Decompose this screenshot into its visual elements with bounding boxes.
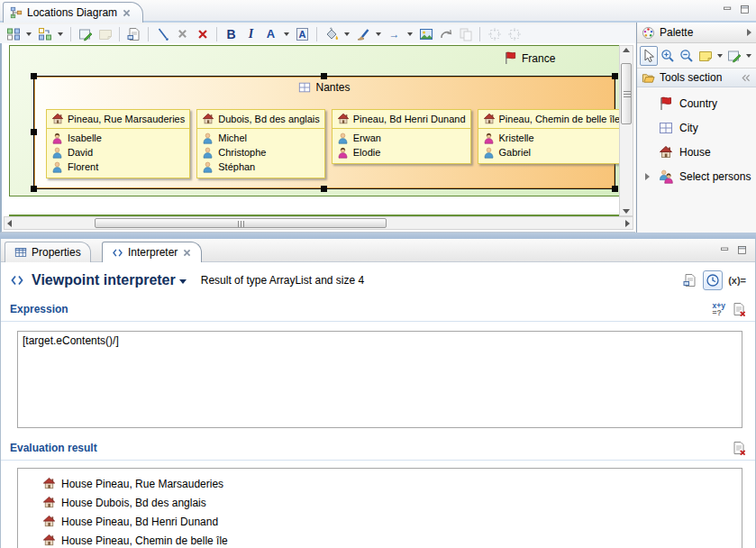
new-expression-icon[interactable] — [683, 273, 697, 288]
minimize-icon[interactable] — [722, 4, 733, 15]
vertical-scrollbar[interactable] — [619, 45, 633, 216]
note-attachment-tool-button[interactable] — [725, 46, 743, 66]
person-node[interactable]: Michel — [202, 131, 320, 145]
vertical-scroll-thumb[interactable] — [621, 63, 632, 124]
male-person-icon — [202, 161, 214, 173]
selection-handle[interactable] — [612, 73, 618, 79]
palette-item[interactable]: House — [637, 140, 756, 164]
tab-properties[interactable]: Properties — [5, 242, 91, 262]
note-attachment-dropdown[interactable] — [746, 54, 751, 58]
apply-style-button[interactable] — [436, 25, 455, 42]
person-name: Kristelle — [499, 132, 534, 143]
selection-handle[interactable] — [31, 186, 37, 192]
palette-section-header[interactable]: Tools section — [637, 68, 756, 87]
house-node[interactable]: Pineau, Chemin de belle île Kristelle Ga… — [478, 109, 626, 164]
collapse-palette-icon[interactable] — [747, 29, 751, 36]
house-node[interactable]: Pineau, Bd Henri Dunand Erwan Elodie — [332, 109, 471, 164]
clear-expression-icon[interactable] — [732, 302, 746, 316]
copy-to-image-button[interactable] — [124, 25, 143, 42]
image-button[interactable] — [416, 25, 435, 42]
selection-handle[interactable] — [31, 129, 37, 135]
line-color-button[interactable] — [353, 25, 372, 42]
scroll-up-icon[interactable] — [623, 48, 630, 52]
fill-color-dropdown[interactable] — [342, 25, 352, 42]
result-label: House Dubois, Bd des anglais — [61, 497, 206, 509]
scroll-left-icon[interactable] — [7, 220, 12, 227]
align-dropdown[interactable] — [55, 25, 66, 42]
palette-header[interactable]: Palette — [637, 23, 756, 43]
interpreter-dropdown-icon[interactable] — [179, 279, 187, 284]
palette-item[interactable]: Select persons — [637, 164, 756, 188]
selection-handle[interactable] — [321, 73, 327, 79]
house-node[interactable]: Pineau, Rue Marsauderies Isabelle David … — [46, 109, 190, 178]
note-tool-button[interactable] — [697, 46, 715, 66]
selection-handle[interactable] — [612, 186, 618, 192]
real-time-toggle[interactable] — [703, 270, 723, 290]
align-button[interactable] — [35, 25, 54, 42]
palette-section-label: Tools section — [660, 71, 735, 84]
expression-input[interactable]: [target.eContents()/] — [18, 332, 742, 427]
selection-handle[interactable] — [31, 73, 37, 79]
clear-result-icon[interactable] — [732, 441, 746, 455]
palette-item[interactable]: City — [637, 115, 756, 140]
horizontal-scrollbar[interactable] — [4, 216, 633, 230]
tab-locations-diagram[interactable]: Locations Diagram — [3, 2, 143, 23]
arrow-type-button[interactable]: → — [385, 25, 404, 42]
house-node[interactable]: Dubois, Bd des anglais Michel Christophe… — [196, 109, 325, 178]
evaluation-result-item[interactable]: House Pineau, Rue Marsauderies — [42, 474, 742, 493]
variables-icon[interactable]: (x)= — [728, 275, 746, 286]
horizontal-scroll-thumb[interactable] — [95, 218, 387, 228]
person-node[interactable]: Elodie — [337, 145, 466, 160]
expander-icon[interactable] — [645, 173, 650, 180]
editor-tab-label: Locations Diagram — [27, 6, 117, 19]
fill-color-button[interactable] — [322, 25, 341, 42]
palette-item[interactable]: Country — [637, 91, 756, 115]
person-node[interactable]: Florent — [51, 160, 185, 174]
font-button[interactable]: A — [293, 25, 312, 42]
select-tool-button[interactable] — [640, 46, 658, 66]
person-node[interactable]: David — [51, 145, 185, 160]
person-node[interactable]: Isabelle — [51, 131, 185, 145]
delete-from-model-button[interactable] — [193, 25, 212, 42]
delete-button[interactable] — [173, 25, 192, 42]
layout-button[interactable] — [4, 25, 23, 42]
hide-element-button[interactable] — [153, 25, 172, 42]
close-icon[interactable] — [122, 8, 132, 18]
font-color-button[interactable]: A — [261, 25, 280, 42]
line-color-dropdown[interactable] — [373, 25, 384, 42]
add-note-button[interactable] — [76, 25, 95, 42]
house-label: Pineau, Rue Marsauderies — [68, 114, 185, 124]
person-node[interactable]: Christophe — [202, 145, 320, 160]
font-color-dropdown[interactable] — [281, 25, 292, 42]
country-container-france[interactable]: France Nantes Pineau, Rue Marsauderies I… — [9, 45, 620, 196]
person-node[interactable]: Stéphan — [202, 160, 320, 174]
evaluation-result-item[interactable]: House Pineau, Bd Henri Dunand — [42, 512, 742, 531]
italic-button[interactable]: I — [241, 25, 260, 42]
note-tool-dropdown[interactable] — [717, 54, 723, 58]
interpreter-title[interactable]: Viewpoint interpreter — [32, 272, 176, 288]
evaluate-icon[interactable]: x+y=? — [713, 302, 725, 316]
tab-interpreter[interactable]: Interpreter — [102, 242, 202, 262]
close-icon[interactable] — [182, 248, 192, 258]
bold-button[interactable]: B — [222, 25, 241, 42]
city-container-nantes[interactable]: Nantes Pineau, Rue Marsauderies Isabelle… — [33, 76, 615, 189]
person-node[interactable]: Kristelle — [483, 131, 621, 145]
maximize-icon[interactable] — [736, 244, 748, 256]
zoom-out-button[interactable] — [678, 46, 696, 66]
horizontal-splitter[interactable] — [0, 233, 756, 239]
scroll-down-icon[interactable] — [623, 209, 630, 214]
pin-section-icon[interactable] — [740, 72, 751, 84]
diagram-canvas[interactable]: France Nantes Pineau, Rue Marsauderies I… — [0, 43, 635, 233]
person-node[interactable]: Gabriel — [483, 145, 621, 160]
maximize-icon[interactable] — [739, 4, 751, 15]
selection-handle[interactable] — [321, 186, 327, 192]
zoom-in-button[interactable] — [659, 46, 677, 66]
arrow-type-dropdown[interactable] — [405, 25, 415, 42]
evaluation-result-item[interactable]: House Dubois, Bd des anglais — [42, 493, 742, 512]
layout-dropdown[interactable] — [23, 25, 34, 42]
person-node[interactable]: Erwan — [337, 131, 466, 145]
scroll-right-icon[interactable] — [625, 220, 630, 227]
evaluation-result-item[interactable]: House Pineau, Chemin de belle île — [42, 531, 742, 548]
minimize-icon[interactable] — [719, 244, 731, 256]
evaluation-result-list[interactable]: House Pineau, Rue Marsauderies House Dub… — [17, 468, 742, 548]
